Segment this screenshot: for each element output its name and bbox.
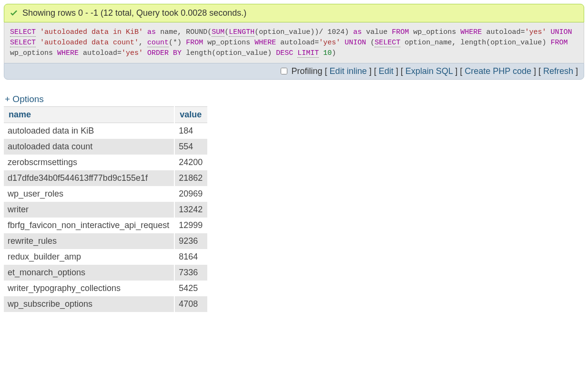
col-header-name[interactable]: name: [4, 107, 174, 123]
cell-name: rewrite_rules: [4, 233, 174, 249]
cell-name: fbrfg_favicon_non_interactive_api_reques…: [4, 218, 174, 233]
query-tools-bar: Profiling [ Edit inline ] [ Edit ] [ Exp…: [4, 63, 584, 80]
cell-value: 9236: [174, 233, 208, 249]
sql-token: 10: [323, 49, 332, 57]
sql-token: WHERE: [254, 39, 276, 47]
success-banner: Showing rows 0 - -1 (12 total, Query too…: [4, 4, 584, 22]
cell-name: et_monarch_options: [4, 265, 174, 281]
sql-token: SELECT: [375, 39, 400, 47]
sql-token: FROM: [392, 28, 409, 36]
profiling-checkbox[interactable]: [281, 68, 287, 74]
cell-value: 8164: [174, 249, 208, 265]
sql-token: FROM: [550, 39, 568, 47]
table-header-row: name value: [4, 107, 208, 123]
sql-query-box: SELECT 'autoloaded data in KiB' as name,…: [4, 22, 584, 63]
sql-token: (*): [169, 39, 186, 47]
table-row[interactable]: writer13242: [4, 202, 208, 218]
sql-token: (: [370, 39, 375, 47]
sql-token: length(option_value): [186, 49, 276, 57]
table-row[interactable]: et_monarch_options7336: [4, 265, 208, 281]
cell-value: 12999: [174, 218, 208, 233]
sql-token: (option_value))/ 1024): [254, 28, 353, 36]
table-row[interactable]: wp_subscribe_options4708: [4, 296, 208, 312]
sql-token: count: [147, 39, 169, 47]
table-row[interactable]: autoloaded data in KiB184: [4, 123, 208, 139]
cell-name: zerobscrmsettings: [4, 155, 174, 170]
sql-token: wp_options: [10, 49, 57, 57]
sql-token: autoload=: [280, 39, 319, 47]
options-link[interactable]: + Options: [5, 94, 44, 104]
sql-token: ROUND(: [186, 28, 212, 36]
sql-token: wp_options: [413, 28, 460, 36]
cell-value: 5425: [174, 281, 208, 296]
sql-token: SELECT: [10, 28, 36, 37]
col-header-value[interactable]: value: [174, 107, 208, 123]
table-row[interactable]: fbrfg_favicon_non_interactive_api_reques…: [4, 218, 208, 233]
cell-name: writer: [4, 202, 174, 218]
cell-value: 13242: [174, 202, 208, 218]
table-row[interactable]: writer_typography_collections5425: [4, 281, 208, 296]
sql-token: 'autoloaded data in KiB': [40, 28, 143, 36]
cell-value: 21862: [174, 170, 208, 186]
sql-token: wp_options: [207, 39, 254, 47]
sql-token: WHERE: [460, 28, 482, 36]
edit-link[interactable]: Edit: [379, 66, 394, 76]
cell-name: writer_typography_collections: [4, 281, 174, 296]
edit-inline-link[interactable]: Edit inline: [330, 66, 367, 76]
cell-value: 20969: [174, 186, 208, 202]
sql-token: WHERE: [57, 49, 79, 57]
profiling-text: Profiling: [292, 66, 323, 76]
table-row[interactable]: wp_user_roles20969: [4, 186, 208, 202]
sql-token: UNION: [345, 39, 370, 47]
sql-token: LENGTH: [229, 28, 254, 37]
success-text: Showing rows 0 - -1 (12 total, Query too…: [22, 8, 246, 18]
sql-token: autoload=: [486, 28, 525, 36]
cell-name: autoloaded data count: [4, 139, 174, 155]
cell-name: autoloaded data in KiB: [4, 123, 174, 139]
sql-token: LIMIT: [297, 49, 319, 58]
check-icon: [9, 9, 19, 18]
cell-name: redux_builder_amp: [4, 249, 174, 265]
sql-token: SELECT: [10, 39, 36, 47]
sql-token: FROM: [186, 39, 203, 47]
table-row[interactable]: autoloaded data count554: [4, 139, 208, 155]
sql-token: ): [332, 49, 336, 57]
sql-token: option_name, length(option_value): [405, 39, 550, 47]
sql-token: autoload=: [83, 49, 122, 57]
profiling-label[interactable]: Profiling: [279, 66, 325, 76]
table-row[interactable]: rewrite_rules9236: [4, 233, 208, 249]
cell-value: 184: [174, 123, 208, 139]
sql-token: 'yes': [525, 28, 546, 36]
explain-sql-link[interactable]: Explain SQL: [406, 66, 453, 76]
cell-value: 7336: [174, 265, 208, 281]
sql-token: ORDER BY: [147, 49, 182, 57]
create-php-link[interactable]: Create PHP code: [465, 66, 531, 76]
cell-name: wp_subscribe_options: [4, 296, 174, 312]
sql-token: ,: [139, 39, 147, 47]
cell-value: 4708: [174, 296, 208, 312]
cell-value: 554: [174, 139, 208, 155]
sql-token: 'yes': [319, 39, 340, 47]
table-row[interactable]: redux_builder_amp8164: [4, 249, 208, 265]
sql-token: name,: [160, 28, 186, 36]
sql-token: value: [366, 28, 392, 36]
table-row[interactable]: zerobscrmsettings24200: [4, 155, 208, 170]
sql-token: DESC: [276, 49, 293, 57]
sql-token: SUM: [212, 28, 224, 37]
sql-token: as: [353, 28, 362, 36]
sql-token: 'autoloaded data count': [40, 39, 139, 47]
refresh-link[interactable]: Refresh: [543, 66, 573, 76]
sql-token: (: [224, 28, 229, 36]
sql-token: as: [147, 28, 156, 36]
cell-name: wp_user_roles: [4, 186, 174, 202]
table-row[interactable]: d17dfde34b0f544613ff77bd9c155e1f21862: [4, 170, 208, 186]
sql-token: UNION: [550, 28, 572, 36]
results-table: name value autoloaded data in KiB184auto…: [4, 106, 208, 312]
cell-value: 24200: [174, 155, 208, 170]
sql-token: 'yes': [122, 49, 143, 57]
cell-name: d17dfde34b0f544613ff77bd9c155e1f: [4, 170, 174, 186]
